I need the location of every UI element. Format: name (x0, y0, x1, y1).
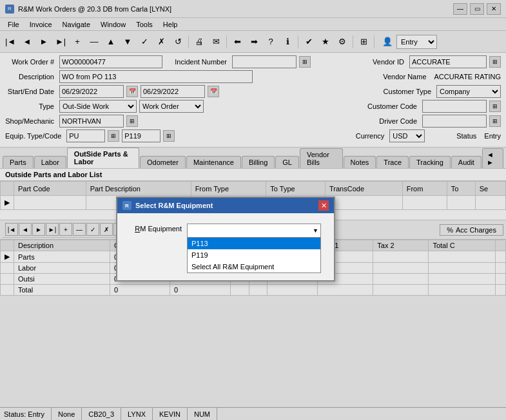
dropdown-arrow-icon: ▼ (313, 227, 318, 234)
modal-option-p119[interactable]: P119 (188, 249, 320, 261)
modal-body: RM Equipment ▼ P113 P119 Select All R&M … (117, 213, 334, 253)
modal-rm-row: RM Equipment ▼ P113 P119 Select All R&M … (130, 224, 321, 238)
modal-option-select-all[interactable]: Select All R&M Equipment (188, 261, 320, 272)
modal-dropdown-list: P113 P119 Select All R&M Equipment (187, 238, 321, 273)
modal-option-p113[interactable]: P113 (188, 238, 320, 249)
rm-underline: R (135, 225, 140, 233)
modal-overlay: R Select R&M Equipment ✕ RM Equipment ▼ … (0, 0, 506, 420)
rm-rest: M Equipment (140, 225, 182, 233)
modal-dropdown-trigger[interactable]: ▼ (187, 224, 321, 238)
modal-close-button[interactable]: ✕ (318, 200, 329, 211)
modal-title-bar: R Select R&M Equipment ✕ (117, 198, 334, 213)
modal-select-container: ▼ P113 P119 Select All R&M Equipment (187, 224, 321, 238)
modal-title-text: Select R&M Equipment (135, 202, 213, 209)
modal-icon: R (122, 201, 131, 210)
modal-rm-label: RM Equipment (130, 224, 182, 233)
select-equipment-modal: R Select R&M Equipment ✕ RM Equipment ▼ … (116, 196, 335, 282)
